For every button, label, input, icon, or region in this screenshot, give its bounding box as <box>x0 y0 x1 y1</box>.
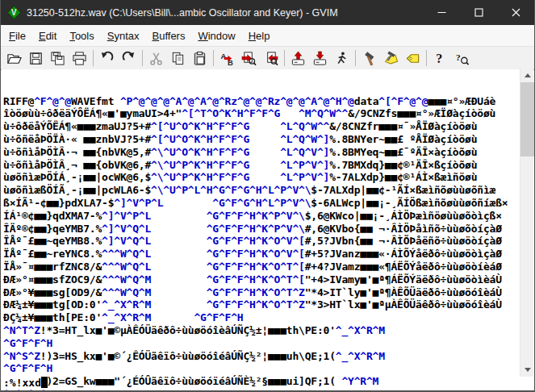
editor-line: ^G^F^F^H <box>2 362 520 375</box>
help-icon: ? <box>433 51 448 66</box>
copy-icon <box>170 51 186 66</box>
toolbar: AB?? <box>1 46 534 70</box>
svg-text:?: ? <box>456 52 461 62</box>
editor-line: ÏÅ»¯¤■■■rfZNC8/&^^^W^Q^L ^G^F^F^H^K^O^T^… <box>2 261 520 273</box>
print-icon <box>72 51 87 66</box>
editor-line: îòöøùù÷ôðëäÝÔËÁ¶«■'■ymaUI>4+"^[^T^O^K^H^… <box>2 107 520 120</box>
run-script-button[interactable] <box>331 48 353 69</box>
paste-button[interactable] <box>189 48 211 69</box>
scrollbar-down-button[interactable] <box>520 363 534 377</box>
command-text: :%!xxd <box>3 377 41 389</box>
editor-line: ^N^T^Z!*3=HT_lx■'■©µÀÊÓÜäêðô÷ùùøöóîèâÚÑÇ… <box>2 324 520 337</box>
editor-line: ÐÆ»°¥■■■sg[OD9/&^^^W^Q^M ^G^F^F^H^K^O^T^… <box>2 286 520 299</box>
save-session-icon <box>312 51 328 66</box>
editor-line: ÐÆ¼±¥■■■tg[OD:0'^_^X^R^M ^G^F^F^H^K^O^T^… <box>2 298 520 311</box>
editor-line: ùøõñìæÞÖÍÁ¸-¡■■|ocWK@6,$^\^U^P^K^H^F^F^G… <box>2 171 520 184</box>
menu-edit[interactable]: Edit <box>32 27 63 45</box>
paste-icon <box>192 51 207 66</box>
menu-tools[interactable]: Tools <box>63 27 100 45</box>
print-button[interactable] <box>69 48 90 69</box>
cut-icon <box>148 51 164 66</box>
toolbar-separator <box>284 50 285 66</box>
editor-line: ÎÅº¯£■■~qeYMB8.%^]^V^Q^L ^G^F^F^H^K^O^V^… <box>2 235 520 248</box>
svg-text:?: ? <box>436 52 442 65</box>
toolbar-separator <box>426 50 427 66</box>
menu-file[interactable]: File <box>2 27 32 45</box>
window-title: 31250-512hz.wav (C:\Users\Bill\...ambic … <box>27 7 423 19</box>
find-help-icon: ? <box>454 51 470 66</box>
undo-button[interactable] <box>96 48 118 69</box>
gvim-logo-icon[interactable]: V <box>7 6 21 19</box>
make-button[interactable] <box>358 48 380 69</box>
save-all-icon <box>50 51 65 66</box>
toolbar-separator <box>93 50 94 66</box>
redo-icon <box>121 51 136 66</box>
find-prev-icon <box>263 51 278 66</box>
find-next-icon <box>241 51 257 66</box>
menu-help[interactable]: Help <box>242 27 277 45</box>
editor-line: ÏÅº¯£■■~reYNC8.%^^^W^Q^L ^G^F^F^H^K^O^V^… <box>2 248 520 261</box>
editor-line: ^G^F^F^G <box>2 388 520 390</box>
editor-text-area[interactable]: RIFF@^F^@^@WAVEfmt ^P^@^@^@^A^@^A^@^Rz^@… <box>2 69 520 390</box>
editor-line: ÍÁ¹®¢■■}qdXMA7-%^]^V^P^L ^G^F^F^H^K^P^V^… <box>2 210 520 223</box>
redo-button[interactable] <box>118 48 140 69</box>
maximize-button[interactable] <box>460 0 497 25</box>
open-icon <box>6 51 22 66</box>
find-prev-button[interactable] <box>260 48 282 69</box>
toolbar-separator <box>213 50 214 66</box>
help-button[interactable]: ? <box>429 48 451 69</box>
menu-window[interactable]: Window <box>191 27 241 45</box>
load-session-button[interactable] <box>287 48 309 69</box>
save-all-button[interactable] <box>47 48 69 69</box>
editor-line: ^G^F^F^H <box>2 337 520 350</box>
scrollbar-up-button[interactable] <box>520 69 534 82</box>
editor-line: ÐÆ»°¤■■■sfZOC9/&^^^W^Q^M ^G^F^F^H^K^O^T^… <box>2 273 520 286</box>
tag-jump-button[interactable] <box>402 48 424 69</box>
save-button[interactable] <box>25 48 47 69</box>
editor-line: ù÷õñìåÞÖÌÂ·¬ ■■{nbVK@5,#^\^U^O^K^H^F^F^G… <box>2 146 520 159</box>
open-button[interactable] <box>3 48 25 69</box>
close-button[interactable] <box>497 0 534 25</box>
editor-line: ÐÇ¼±¥■■■th[PE:0'^_^X^R^M ^G^F^F^H <box>2 311 520 324</box>
vertical-scrollbar[interactable] <box>520 69 533 377</box>
build-tags-button[interactable] <box>380 48 402 69</box>
editor-line: ^N^S^Y!)2=GS_kw■■■"´¿ÉÓÛãêïô÷ùùøöóïéâÚÑÈ… <box>2 375 520 388</box>
text-cursor <box>41 377 48 388</box>
find-replace-icon: AB <box>219 51 235 66</box>
minimize-button[interactable] <box>423 0 460 25</box>
run-script-icon <box>334 51 349 66</box>
toolbar-separator <box>142 50 143 66</box>
close-icon <box>512 8 520 17</box>
vim-command-line[interactable]: :%!xxd <box>2 377 48 389</box>
editor-line: ^N^S^Z!)3=HS_kx■'■©´¿ÊÓÜãêïô÷ùùøöóîéâÚÑÇ… <box>2 350 520 363</box>
make-icon <box>362 51 377 66</box>
window-controls <box>423 0 534 25</box>
gvim-window: V 31250-512hz.wav (C:\Users\Bill\...ambi… <box>0 0 535 392</box>
find-replace-button[interactable]: AB <box>216 48 238 69</box>
tag-jump-icon <box>405 51 420 66</box>
editor-lines: RIFF@^F^@^@WAVEfmt ^P^@^@^@^A^@^A^@^Rz^@… <box>2 95 520 390</box>
find-next-button[interactable] <box>238 48 260 69</box>
minimize-icon <box>437 8 446 17</box>
maximize-icon <box>474 8 483 17</box>
copy-button[interactable] <box>167 48 189 69</box>
editor-line: ÎÄº®¢■■}qeYMB7.%^]^V^Q^L ^G^F^F^H^K^P^V^… <box>2 223 520 236</box>
menu-syntax[interactable]: Syntax <box>101 27 146 45</box>
scrollbar-thumb[interactable] <box>520 82 534 156</box>
cut-button <box>145 48 167 69</box>
editor-line: ù÷õñëåÞÖÏÀ·« ■■znbVJ?5+#^[^U^O^K^H^F^F^G… <box>2 133 520 146</box>
build-tags-icon <box>383 51 399 66</box>
toolbar-separator <box>355 50 356 66</box>
chevron-up-icon <box>525 73 531 77</box>
editor-line: ù÷õñìåÞÖÌÂ¸¬ ■■{obVK@6,#^\^U^P^K^H^F^F^G… <box>2 159 520 172</box>
menu-buffers[interactable]: Buffers <box>145 27 191 45</box>
editor-line: ß×ÍÃ¹-¢■■}pdXLA7-$^]^V^P^L ^G^F^G^H^L^P^… <box>2 197 520 210</box>
find-help-button[interactable]: ? <box>451 48 473 69</box>
editor-line: RIFF@^F^@^@WAVEfmt ^P^@^@^@^A^@^A^@^Rz^@… <box>2 95 520 108</box>
editor-line: ùøõñìæßÖÍÃ¸-¡■■|pcWLA6-$^\^U^P^L^H^G^F^G… <box>2 184 520 197</box>
save-icon <box>28 51 44 66</box>
editor-line: ù÷ôðëåÝÕËÁ¶«■■■zmaUJ?5+#^[^U^O^K^H^F^F^G… <box>2 120 520 133</box>
svg-text:V: V <box>11 8 17 17</box>
save-session-button[interactable] <box>309 48 331 69</box>
titlebar: V 31250-512hz.wav (C:\Users\Bill\...ambi… <box>1 0 534 25</box>
